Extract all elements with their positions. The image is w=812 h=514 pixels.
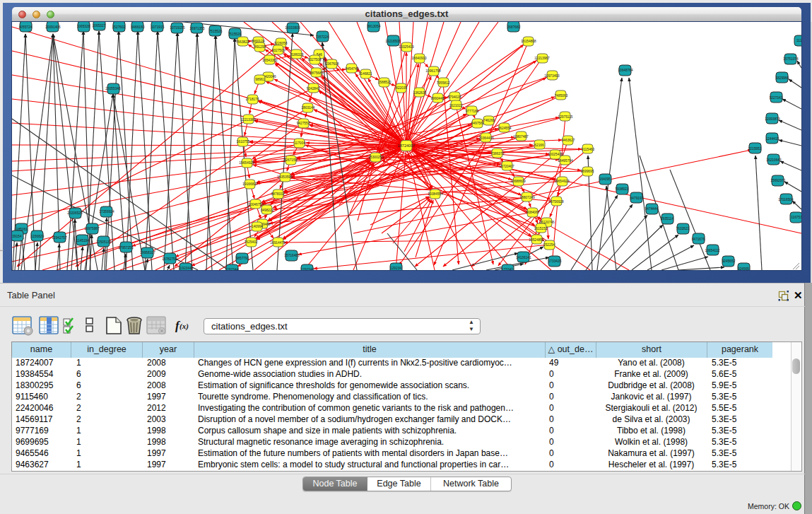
svg-text:9146821: 9146821	[359, 72, 372, 76]
svg-text:10046756: 10046756	[248, 203, 264, 206]
svg-text:9777169: 9777169	[466, 110, 479, 113]
svg-text:10961758: 10961758	[425, 69, 441, 73]
svg-text:924565: 924565	[738, 267, 749, 270]
svg-text:18807249: 18807249	[519, 196, 535, 199]
svg-text:8186328: 8186328	[290, 53, 304, 57]
svg-text:15720407: 15720407	[499, 165, 514, 168]
svg-text:1621022: 1621022	[449, 104, 463, 107]
svg-text:23055346: 23055346	[105, 87, 121, 90]
svg-text:9115460: 9115460	[582, 148, 595, 151]
svg-text:7625402: 7625402	[245, 240, 258, 244]
svg-text:6794028: 6794028	[448, 95, 461, 99]
svg-text:1733426: 1733426	[548, 259, 562, 263]
svg-text:10719155: 10719155	[170, 26, 185, 30]
svg-text:10807487: 10807487	[513, 135, 529, 139]
svg-text:140994: 140994	[252, 225, 263, 228]
svg-text:2687682: 2687682	[507, 25, 521, 29]
svg-text:20206526: 20206526	[67, 211, 83, 215]
svg-text:1362635: 1362635	[413, 91, 427, 95]
svg-text:1112: 1112	[796, 39, 801, 42]
svg-text:891295: 891295	[254, 45, 266, 49]
svg-text:18495794: 18495794	[558, 159, 573, 163]
svg-text:16543362: 16543362	[262, 59, 278, 62]
svg-text:6479197: 6479197	[630, 197, 644, 200]
svg-text:20091406: 20091406	[45, 25, 61, 29]
svg-text:14353594: 14353594	[277, 175, 293, 179]
svg-text:16210643: 16210643	[766, 158, 782, 162]
svg-text:98961: 98961	[255, 78, 265, 81]
svg-text:3226058: 3226058	[274, 42, 288, 45]
svg-text:9327509: 9327509	[272, 49, 286, 52]
svg-text:6497568: 6497568	[471, 122, 485, 125]
svg-text:12505135: 12505135	[96, 240, 112, 244]
svg-text:16782759: 16782759	[162, 257, 177, 261]
svg-text:7515526: 7515526	[228, 33, 242, 36]
svg-text:9084067: 9084067	[526, 211, 540, 214]
svg-text:3624554: 3624554	[498, 127, 512, 130]
svg-text:10654112: 10654112	[705, 249, 720, 252]
svg-text:822035: 822035	[396, 86, 407, 90]
svg-text:116753: 116753	[791, 216, 801, 219]
svg-text:2367608: 2367608	[326, 62, 339, 66]
svg-text:7485063: 7485063	[555, 94, 568, 98]
svg-text:15692971: 15692971	[770, 179, 786, 182]
svg-text:1145194: 1145194	[76, 239, 90, 243]
svg-text:1615152: 1615152	[534, 227, 548, 230]
svg-text:5938923: 5938923	[616, 187, 629, 191]
svg-text:9857791: 9857791	[236, 257, 249, 260]
svg-text:25300253: 25300253	[368, 156, 384, 159]
svg-text:1588520: 1588520	[378, 81, 392, 84]
svg-text:11923448: 11923448	[179, 267, 194, 270]
svg-text:9245652: 9245652	[722, 259, 736, 263]
svg-text:12213369: 12213369	[240, 118, 256, 122]
svg-text:8454749: 8454749	[346, 67, 359, 71]
svg-text:3267150: 3267150	[284, 158, 298, 162]
svg-text:3875685: 3875685	[310, 71, 324, 75]
svg-text:8878332: 8878332	[271, 192, 285, 196]
svg-text:7357224: 7357224	[316, 35, 329, 39]
svg-text:9474444: 9474444	[645, 207, 659, 211]
svg-text:19384554: 19384554	[428, 192, 443, 196]
svg-text:16914479: 16914479	[270, 241, 286, 245]
svg-text:20364436: 20364436	[478, 136, 494, 140]
svg-text:1065328: 1065328	[77, 25, 90, 28]
svg-text:18724007: 18724007	[398, 144, 416, 148]
svg-text:4055724: 4055724	[19, 25, 33, 29]
svg-text:10648764: 10648764	[618, 69, 633, 72]
svg-text:1156829: 1156829	[31, 235, 45, 238]
svg-text:1065327: 1065327	[93, 24, 106, 28]
svg-text:1244415: 1244415	[766, 137, 779, 141]
svg-text:17016504: 17016504	[778, 198, 794, 201]
svg-text:12213967: 12213967	[534, 57, 550, 60]
svg-text:62166: 62166	[534, 144, 544, 147]
svg-text:2803144: 2803144	[302, 106, 315, 110]
svg-text:9242843: 9242843	[307, 87, 320, 90]
svg-text:164095: 164095	[599, 177, 611, 181]
svg-text:8990448: 8990448	[431, 97, 445, 100]
svg-text:7632621: 7632621	[676, 227, 690, 230]
svg-text:9329966: 9329966	[776, 76, 789, 80]
svg-text:7955812: 7955812	[437, 81, 450, 85]
svg-text:6466160: 6466160	[131, 25, 145, 29]
svg-text:(x): (x)	[180, 322, 189, 331]
svg-text:13325419: 13325419	[399, 45, 414, 49]
svg-text:14136141: 14136141	[516, 256, 531, 259]
svg-text:7515526: 7515526	[209, 30, 223, 33]
svg-text:16971355: 16971355	[189, 27, 205, 30]
svg-text:1292346: 1292346	[301, 268, 314, 270]
svg-text:19654923: 19654923	[554, 180, 570, 183]
svg-text:19166827: 19166827	[242, 182, 258, 186]
svg-text:19975887: 19975887	[84, 227, 100, 230]
svg-text:2935114: 2935114	[661, 217, 674, 221]
svg-text:9327508: 9327508	[308, 58, 322, 62]
svg-text:12093873: 12093873	[765, 117, 780, 121]
svg-text:10688609: 10688609	[510, 180, 526, 183]
svg-text:3498222: 3498222	[261, 209, 274, 212]
svg-text:7663822: 7663822	[236, 40, 249, 44]
svg-text:1292344: 1292344	[225, 268, 239, 270]
svg-text:17359924: 17359924	[99, 210, 114, 214]
svg-text:19218506: 19218506	[385, 40, 401, 43]
svg-text:15716485: 15716485	[284, 254, 300, 257]
svg-text:16640910: 16640910	[411, 57, 427, 60]
svg-text:39154: 39154	[12, 235, 22, 238]
